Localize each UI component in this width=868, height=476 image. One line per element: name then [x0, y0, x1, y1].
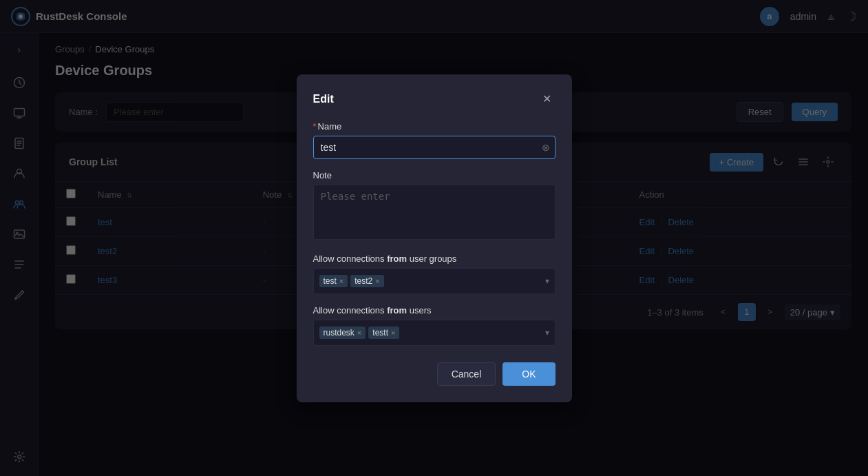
user-groups-select[interactable]: test × test2 × ▾: [313, 268, 555, 294]
modal-header: Edit ✕: [313, 91, 555, 107]
cancel-button[interactable]: Cancel: [437, 362, 496, 386]
modal-title: Edit: [313, 93, 334, 105]
modal-footer: Cancel OK: [313, 362, 555, 386]
name-input-wrapper: ⊗: [313, 136, 555, 159]
tag-rustdesk: rustdesk ×: [319, 327, 366, 339]
tag-test2-remove[interactable]: ×: [375, 277, 379, 285]
note-field-label: Note: [313, 170, 555, 180]
ok-button[interactable]: OK: [502, 362, 555, 386]
tag-test: test ×: [319, 275, 348, 287]
users-field-group: Allow connections from users rustdesk × …: [313, 305, 555, 346]
user-groups-arrow: ▾: [545, 276, 549, 286]
edit-modal: Edit ✕ *Name ⊗ Note Allow connections fr…: [297, 74, 572, 402]
modal-close-button[interactable]: ✕: [539, 91, 555, 107]
user-groups-field-label: Allow connections from user groups: [313, 253, 555, 264]
tag-rustdesk-remove[interactable]: ×: [357, 329, 361, 337]
modal-overlay[interactable]: Edit ✕ *Name ⊗ Note Allow connections fr…: [0, 0, 868, 476]
users-field-label: Allow connections from users: [313, 305, 555, 315]
name-clear-button[interactable]: ⊗: [542, 142, 550, 153]
tag-test2: test2 ×: [350, 275, 383, 287]
name-field-group: *Name ⊗: [313, 121, 555, 159]
tag-test-remove[interactable]: ×: [339, 277, 343, 285]
tag-testt: testt ×: [368, 327, 399, 339]
note-textarea[interactable]: [313, 185, 555, 240]
tag-testt-remove[interactable]: ×: [391, 329, 395, 337]
users-select[interactable]: rustdesk × testt × ▾: [313, 320, 555, 346]
user-groups-field-group: Allow connections from user groups test …: [313, 253, 555, 294]
name-input[interactable]: [313, 136, 555, 159]
name-field-label: *Name: [313, 121, 555, 132]
note-field-group: Note: [313, 170, 555, 242]
users-arrow: ▾: [545, 328, 549, 338]
